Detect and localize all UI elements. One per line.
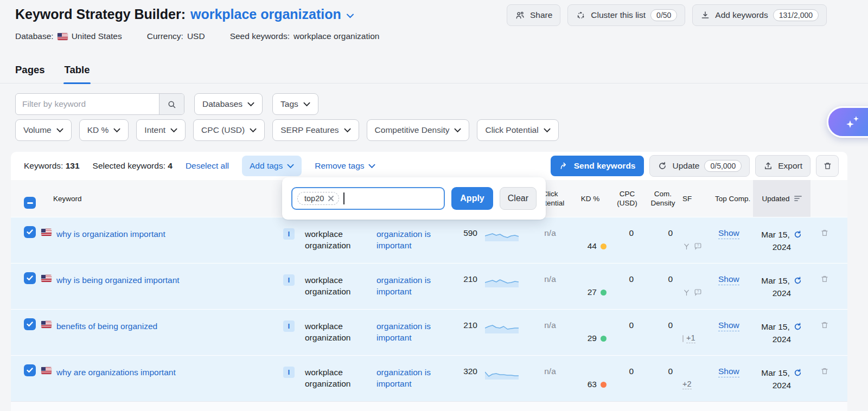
keyword-link[interactable]: benefits of being organized <box>56 321 157 332</box>
search-button[interactable] <box>159 94 184 114</box>
col-keyword[interactable]: Keyword <box>41 194 275 203</box>
volume-value: 210 <box>444 310 485 355</box>
list-name[interactable]: workplace organization <box>190 7 341 22</box>
filter-kd[interactable]: KD % <box>79 119 129 141</box>
keyword-link[interactable]: why are organizations important <box>56 367 176 378</box>
page-link[interactable]: organization is important <box>376 229 431 250</box>
tags-dropdown[interactable]: Tags <box>272 93 318 115</box>
keyword-link[interactable]: why is being organized important <box>56 275 180 286</box>
add-tags-button[interactable]: Add tags <box>242 156 302 176</box>
page-link[interactable]: organization is important <box>376 368 431 388</box>
clear-button[interactable]: Clear <box>500 187 537 210</box>
check-icon <box>27 229 33 235</box>
serp-features-more[interactable]: +1 <box>686 333 695 343</box>
keyword-link[interactable]: why is organization important <box>56 229 165 240</box>
keyword-filter-input[interactable] <box>16 94 159 114</box>
show-top-competitors-link[interactable]: Show <box>718 320 739 331</box>
refresh-keyword-icon[interactable] <box>793 230 802 239</box>
trend-sparkline <box>485 229 519 242</box>
com-density-value: 0 <box>643 310 682 355</box>
volume-value: 210 <box>444 264 485 309</box>
send-keywords-button[interactable]: Send keywords <box>551 156 644 176</box>
page-link[interactable]: organization is important <box>376 322 431 342</box>
tab-table[interactable]: Table <box>65 56 90 83</box>
indeterminate-icon <box>27 202 33 204</box>
show-top-competitors-link[interactable]: Show <box>718 274 739 285</box>
meta-currency: Currency: USD <box>147 31 205 41</box>
serp-features-more[interactable]: +2 <box>682 380 692 389</box>
col-com-density[interactable]: Com. Density <box>643 189 682 208</box>
add-keywords-button[interactable]: Add keywords 131/2,000 <box>692 4 827 26</box>
delete-row-icon[interactable] <box>820 320 829 355</box>
serp-feature-icon[interactable] <box>682 335 684 342</box>
col-sf[interactable]: SF <box>682 194 715 203</box>
trend-sparkline <box>485 322 519 335</box>
check-icon <box>27 368 33 373</box>
filter-intent[interactable]: Intent <box>136 119 186 141</box>
sort-desc-icon <box>794 195 802 202</box>
remove-tags-button[interactable]: Remove tags <box>315 161 375 171</box>
share-icon <box>515 10 525 21</box>
page-title-prefix: Keyword Strategy Builder: <box>15 7 186 22</box>
intent-badge[interactable]: I <box>283 320 295 332</box>
check-icon <box>27 275 33 281</box>
svg-text:?: ? <box>697 290 699 293</box>
sitelinks-icon[interactable] <box>682 288 691 297</box>
select-all-checkbox[interactable] <box>24 197 36 209</box>
chevron-down-icon <box>454 128 461 133</box>
ai-assistant-button[interactable] <box>827 106 868 138</box>
cluster-icon <box>576 10 586 21</box>
chevron-down-icon[interactable] <box>346 13 354 18</box>
col-kd[interactable]: KD % <box>570 194 611 203</box>
us-flag-icon <box>41 229 52 236</box>
delete-row-icon[interactable] <box>820 274 829 309</box>
filter-cpc[interactable]: CPC (USD) <box>193 119 265 141</box>
reviews-icon[interactable]: ? <box>693 288 703 297</box>
tag-input[interactable]: top20 <box>291 187 445 210</box>
refresh-keyword-icon[interactable] <box>793 276 802 285</box>
row-checkbox[interactable] <box>24 318 36 330</box>
col-cpc[interactable]: CPC (USD) <box>611 189 643 208</box>
database-label: Database: <box>15 31 54 41</box>
filter-volume[interactable]: Volume <box>15 119 72 141</box>
updated-cell: Mar 15,2024 <box>753 310 810 355</box>
delete-row-icon[interactable] <box>820 367 829 401</box>
click-potential-value: n/a <box>531 356 570 401</box>
refresh-keyword-icon[interactable] <box>793 368 802 377</box>
search-icon <box>167 99 177 110</box>
send-arrow-icon <box>559 161 569 171</box>
show-top-competitors-link[interactable]: Show <box>718 228 739 239</box>
page-link[interactable]: organization is important <box>376 275 431 296</box>
filter-competitive-density[interactable]: Competitive Density <box>367 119 470 141</box>
databases-dropdown[interactable]: Databases <box>194 93 263 115</box>
delete-row-icon[interactable] <box>820 228 829 263</box>
intent-badge[interactable]: I <box>283 228 295 240</box>
refresh-keyword-icon[interactable] <box>793 322 802 331</box>
sitelinks-icon[interactable] <box>682 242 691 251</box>
click-potential-value: n/a <box>531 310 570 355</box>
remove-tag-icon[interactable] <box>328 195 334 202</box>
tab-pages[interactable]: Pages <box>15 56 45 83</box>
share-button[interactable]: Share <box>507 4 560 26</box>
updated-cell: Mar 15,2024 <box>753 264 810 309</box>
filter-click-potential[interactable]: Click Potential <box>477 119 558 141</box>
cluster-list-button[interactable]: Cluster this list 0/50 <box>567 4 685 26</box>
show-top-competitors-link[interactable]: Show <box>718 367 739 377</box>
row-checkbox[interactable] <box>24 226 36 238</box>
reviews-icon[interactable]: ? <box>693 242 703 251</box>
col-top-comp[interactable]: Top Comp. <box>715 194 753 203</box>
filter-serp-features[interactable]: SERP Features <box>272 119 359 141</box>
apply-button[interactable]: Apply <box>451 187 493 210</box>
update-button[interactable]: Update 0/5,000 <box>649 155 750 177</box>
row-checkbox[interactable] <box>24 272 36 284</box>
seed-keywords-label: Seed keywords: <box>230 31 290 41</box>
filter-row-primary: Databases Tags <box>15 93 318 115</box>
export-button[interactable]: Export <box>755 155 810 177</box>
delete-list-button[interactable] <box>816 155 839 177</box>
intent-badge[interactable]: I <box>283 367 295 378</box>
intent-badge[interactable]: I <box>283 274 295 286</box>
col-updated[interactable]: Updated <box>753 180 810 217</box>
row-checkbox[interactable] <box>24 364 36 376</box>
updated-cell: Mar 15,2024 <box>753 217 810 263</box>
deselect-all-button[interactable]: Deselect all <box>186 161 229 171</box>
